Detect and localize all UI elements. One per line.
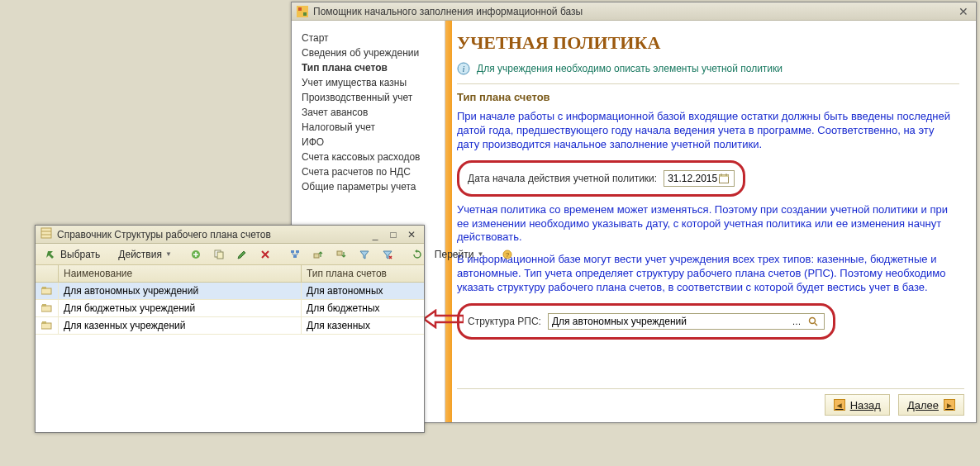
section-title: Тип плана счетов — [457, 91, 959, 103]
rps-value: Для автономных учреждений — [552, 316, 687, 327]
rps-highlight: Структура РПС: Для автономных учреждений… — [457, 303, 835, 340]
next-label: Далее — [907, 399, 939, 411]
filter-down-icon — [335, 249, 347, 260]
dialog-close-icon[interactable]: ✕ — [404, 228, 419, 241]
svg-rect-11 — [41, 228, 51, 238]
svg-line-10 — [815, 323, 817, 326]
row-icon — [36, 317, 59, 335]
info-message: Для учреждения необходимо описать элемен… — [477, 63, 783, 74]
delete-button[interactable] — [255, 246, 276, 263]
actions-button[interactable]: Действия ▼ — [113, 246, 177, 263]
help-button[interactable]: ? — [497, 246, 518, 263]
funnel-icon — [359, 249, 370, 260]
svg-rect-16 — [217, 252, 223, 259]
svg-rect-29 — [42, 321, 46, 324]
svg-rect-17 — [291, 250, 294, 253]
sidebar-item-tax[interactable]: Налоговый учет — [302, 120, 435, 135]
app-icon — [297, 6, 308, 17]
add-button[interactable] — [185, 246, 207, 263]
grid-empty-area — [36, 335, 424, 434]
column-header-type[interactable]: Тип плана счетов — [302, 265, 424, 283]
select-button[interactable]: Выбрать — [40, 246, 105, 263]
paragraph-2: Учетная политика со временем может измен… — [457, 203, 959, 245]
goto-label: Перейти — [435, 249, 474, 260]
delete-icon — [259, 249, 271, 260]
dialog-title: Справочник Структуры рабочего плана счет… — [57, 229, 271, 240]
next-button[interactable]: Далее ► — [898, 394, 964, 416]
paragraph-3: В информационной базе могут вести учет у… — [457, 253, 959, 295]
dialog-titlebar: Справочник Структуры рабочего плана счет… — [36, 226, 424, 244]
row-icon — [36, 300, 59, 317]
policy-date-value: 31.12.2015 — [668, 173, 717, 184]
sidebar-item-general[interactable]: Общие параметры учета — [302, 179, 435, 194]
orange-accent-bar — [445, 21, 452, 422]
paragraph-1: При начале работы с информационной базой… — [457, 110, 959, 152]
row-name: Для казенных учреждений — [59, 317, 302, 335]
close-icon[interactable]: ✕ — [956, 4, 971, 19]
sidebar-item-ifo[interactable]: ИФО — [302, 135, 435, 150]
row-name: Для автономных учреждений — [59, 283, 302, 300]
sidebar-item-org-info[interactable]: Сведения об учреждении — [302, 45, 435, 60]
copy-button[interactable] — [208, 246, 230, 263]
arrow-left-icon: ◄ — [834, 399, 845, 411]
reference-icon — [40, 227, 52, 241]
svg-rect-28 — [41, 323, 51, 329]
rps-label: Структура РПС: — [468, 316, 541, 327]
maximize-icon[interactable]: □ — [386, 228, 401, 241]
row-name: Для бюджетных учреждений — [59, 300, 302, 317]
svg-rect-18 — [296, 250, 299, 253]
filter-up-button[interactable] — [307, 246, 329, 263]
svg-rect-26 — [41, 306, 51, 311]
sidebar-item-treasury[interactable]: Учет имущества казны — [302, 75, 435, 90]
svg-rect-6 — [720, 174, 729, 177]
sidebar-item-vat[interactable]: Счета расчетов по НДС — [302, 164, 435, 179]
sidebar-item-advances[interactable]: Зачет авансов — [302, 105, 435, 120]
sidebar-item-start[interactable]: Старт — [302, 31, 435, 45]
main-titlebar: Помощник начального заполнения информаци… — [292, 2, 976, 21]
date-highlight: Дата начала действия учетной политики: 3… — [457, 160, 745, 197]
sidebar-item-account-plan-type[interactable]: Тип плана счетов — [302, 60, 435, 75]
sidebar-item-cash[interactable]: Счета кассовых расходов — [302, 150, 435, 164]
rps-input[interactable]: Для автономных учреждений … — [548, 313, 825, 330]
reference-dialog: Справочник Структуры рабочего плана счет… — [35, 225, 425, 433]
filter-up-icon — [312, 249, 324, 260]
sidebar-item-production[interactable]: Производственный учет — [302, 90, 435, 105]
edit-button[interactable] — [231, 246, 253, 263]
select-label: Выбрать — [60, 249, 100, 260]
policy-date-input[interactable]: 31.12.2015 — [664, 170, 735, 187]
help-icon: ? — [502, 249, 513, 260]
svg-point-9 — [810, 318, 816, 324]
column-header-name[interactable]: Наименование — [59, 265, 302, 283]
footer-nav: ◄ Назад Далее ► — [825, 389, 964, 416]
back-button[interactable]: ◄ Назад — [825, 394, 890, 416]
calendar-icon[interactable] — [717, 174, 730, 183]
goto-button[interactable]: Перейти ▼ — [430, 246, 488, 263]
funnel-clear-icon — [382, 249, 393, 260]
svg-rect-25 — [42, 287, 46, 289]
svg-rect-20 — [314, 254, 319, 258]
minimize-icon[interactable]: _ — [368, 228, 383, 241]
magnifier-icon[interactable] — [806, 315, 821, 328]
page-title: УЧЕТНАЯ ПОЛИТИКА — [457, 32, 959, 54]
content-pane: УЧЕТНАЯ ПОЛИТИКА i Для учреждения необхо… — [445, 21, 976, 422]
select-arrow-icon — [45, 249, 57, 260]
filter-down-button[interactable] — [331, 246, 352, 263]
dialog-grid: Наименование Тип плана счетов Для автоно… — [36, 265, 424, 434]
main-window-title: Помощник начального заполнения информаци… — [313, 6, 583, 17]
filter-button[interactable] — [354, 246, 375, 263]
row-type: Для автономных — [302, 283, 424, 300]
actions-label: Действия — [118, 249, 162, 260]
chevron-down-icon: ▼ — [477, 250, 483, 258]
svg-text:?: ? — [506, 251, 510, 259]
red-arrow-annotation — [424, 309, 464, 329]
ellipsis-icon[interactable]: … — [789, 315, 804, 328]
date-label: Дата начала действия учетной политики: — [468, 173, 657, 184]
refresh-button[interactable] — [407, 246, 428, 263]
chevron-down-icon: ▼ — [165, 250, 172, 258]
svg-text:i: i — [462, 64, 464, 74]
svg-rect-1 — [298, 7, 302, 11]
hierarchy-button[interactable] — [284, 246, 306, 263]
row-type: Для казенных — [302, 317, 424, 335]
column-header-icon[interactable] — [36, 265, 59, 283]
filter-clear-button[interactable] — [377, 246, 398, 263]
